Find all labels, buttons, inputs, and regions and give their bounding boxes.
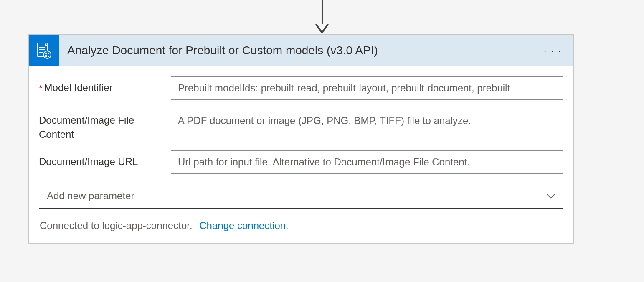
document-scan-icon bbox=[35, 41, 53, 60]
file-content-input[interactable] bbox=[171, 109, 563, 132]
url-label: Document/Image URL bbox=[39, 150, 171, 169]
svg-point-4 bbox=[43, 51, 51, 58]
card-menu-button[interactable]: · · · bbox=[544, 45, 573, 56]
svg-rect-5 bbox=[45, 53, 47, 54]
flow-arrow bbox=[314, 0, 330, 34]
svg-rect-9 bbox=[48, 56, 49, 57]
connection-status-text: Connected to logic-app-connector. bbox=[40, 220, 193, 231]
action-icon-box bbox=[29, 35, 59, 66]
connection-status-row: Connected to logic-app-connector. Change… bbox=[39, 220, 563, 231]
action-card: Analyze Document for Prebuilt or Custom … bbox=[28, 34, 574, 244]
svg-rect-7 bbox=[45, 55, 47, 57]
svg-rect-8 bbox=[48, 55, 48, 56]
change-connection-link[interactable]: Change connection. bbox=[199, 220, 289, 231]
svg-rect-6 bbox=[48, 53, 49, 54]
arrow-line bbox=[322, 0, 323, 24]
model-identifier-label: Model Identifier bbox=[39, 76, 171, 95]
ellipsis-icon: · · · bbox=[544, 45, 562, 56]
card-title: Analyze Document for Prebuilt or Custom … bbox=[59, 44, 544, 57]
field-row-url: Document/Image URL bbox=[39, 150, 563, 174]
file-content-label: Document/Image File Content bbox=[39, 109, 171, 141]
chevron-down-icon bbox=[546, 190, 555, 202]
card-body: Model Identifier Document/Image File Con… bbox=[29, 66, 573, 243]
dropdown-placeholder: Add new parameter bbox=[47, 190, 134, 202]
card-header[interactable]: Analyze Document for Prebuilt or Custom … bbox=[29, 35, 573, 66]
model-identifier-input[interactable] bbox=[171, 76, 563, 100]
field-row-model-identifier: Model Identifier bbox=[39, 76, 563, 100]
url-input[interactable] bbox=[171, 150, 563, 174]
add-parameter-dropdown[interactable]: Add new parameter bbox=[39, 183, 563, 209]
arrow-down-icon bbox=[314, 24, 330, 34]
field-row-file-content: Document/Image File Content bbox=[39, 109, 563, 141]
